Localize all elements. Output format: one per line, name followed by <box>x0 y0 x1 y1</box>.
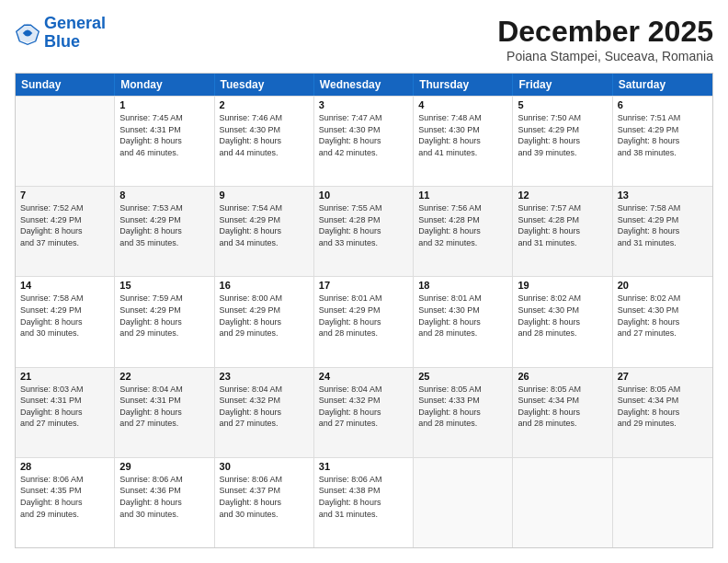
cell-line: Daylight: 8 hours <box>418 225 507 237</box>
day-number: 30 <box>220 461 309 472</box>
cell-line: and 37 minutes. <box>20 237 109 249</box>
cell-line: Sunset: 4:34 PM <box>618 395 708 407</box>
cal-cell-r0-c1: 1Sunrise: 7:45 AMSunset: 4:31 PMDaylight… <box>115 97 214 186</box>
cell-line: Sunrise: 7:54 AM <box>220 202 309 214</box>
day-number: 24 <box>319 371 408 382</box>
cal-cell-r2-c3: 17Sunrise: 8:01 AMSunset: 4:29 PMDayligh… <box>314 277 414 366</box>
cell-line: and 41 minutes. <box>418 147 507 159</box>
header-friday: Friday <box>513 74 612 96</box>
day-number: 6 <box>618 99 708 110</box>
cell-line: and 39 minutes. <box>518 147 607 159</box>
cell-line: and 31 minutes. <box>518 237 607 249</box>
logo-line1: General <box>44 14 106 32</box>
cell-line: and 27 minutes. <box>618 327 708 339</box>
cell-line: Daylight: 8 hours <box>319 407 408 419</box>
cell-line: Sunrise: 8:04 AM <box>119 384 209 396</box>
cell-line: and 32 minutes. <box>418 237 507 249</box>
cell-line: and 29 minutes. <box>220 327 309 339</box>
day-number: 9 <box>220 190 309 201</box>
cell-line: Sunrise: 8:05 AM <box>518 384 607 396</box>
cell-line: Sunrise: 8:02 AM <box>618 293 708 304</box>
cell-line: Daylight: 8 hours <box>418 407 507 419</box>
cell-line: Sunrise: 7:55 AM <box>319 202 408 214</box>
cal-cell-r1-c2: 9Sunrise: 7:54 AMSunset: 4:29 PMDaylight… <box>215 187 314 276</box>
cell-line: Sunset: 4:29 PM <box>220 214 309 226</box>
cell-line: Sunset: 4:35 PM <box>20 485 109 497</box>
day-number: 16 <box>220 280 309 291</box>
calendar-header: Sunday Monday Tuesday Wednesday Thursday… <box>16 74 712 96</box>
cal-cell-r2-c0: 14Sunrise: 7:58 AMSunset: 4:29 PMDayligh… <box>16 277 115 366</box>
cell-line: Daylight: 8 hours <box>319 497 408 509</box>
cell-line: Sunrise: 7:56 AM <box>418 202 507 214</box>
cell-line: Daylight: 8 hours <box>618 135 708 147</box>
cell-line: and 33 minutes. <box>319 237 408 249</box>
cal-cell-r3-c4: 25Sunrise: 8:05 AMSunset: 4:33 PMDayligh… <box>414 368 513 457</box>
month-title: December 2025 <box>497 15 713 49</box>
cell-line: and 29 minutes. <box>618 418 708 430</box>
header-thursday: Thursday <box>414 74 513 96</box>
cell-line: Sunrise: 8:00 AM <box>220 293 309 304</box>
cell-line: Daylight: 8 hours <box>20 316 109 328</box>
cell-line: Daylight: 8 hours <box>618 225 708 237</box>
cal-cell-r3-c0: 21Sunrise: 8:03 AMSunset: 4:31 PMDayligh… <box>16 368 115 457</box>
cell-line: Daylight: 8 hours <box>220 225 309 237</box>
cell-line: Sunset: 4:30 PM <box>618 304 708 316</box>
cal-cell-r4-c6 <box>613 458 712 547</box>
cal-cell-r4-c4 <box>414 458 513 547</box>
day-number: 12 <box>518 190 607 201</box>
cell-line: Sunrise: 8:04 AM <box>220 384 309 396</box>
day-number: 19 <box>518 280 607 291</box>
cell-line: Sunset: 4:31 PM <box>119 395 209 407</box>
header: General Blue December 2025 Poiana Stampe… <box>15 15 713 63</box>
header-wednesday: Wednesday <box>314 74 414 96</box>
cal-cell-r2-c2: 16Sunrise: 8:00 AMSunset: 4:29 PMDayligh… <box>215 277 314 366</box>
cell-line: Daylight: 8 hours <box>220 497 309 509</box>
cal-cell-r1-c1: 8Sunrise: 7:53 AMSunset: 4:29 PMDaylight… <box>115 187 214 276</box>
day-number: 13 <box>618 190 708 201</box>
cell-line: Daylight: 8 hours <box>119 497 209 509</box>
subtitle: Poiana Stampei, Suceava, Romania <box>497 49 713 63</box>
cell-line: and 46 minutes. <box>119 147 209 159</box>
day-number: 23 <box>220 371 309 382</box>
cell-line: Sunset: 4:30 PM <box>319 124 408 136</box>
cell-line: Sunrise: 7:57 AM <box>518 202 607 214</box>
cal-cell-r4-c0: 28Sunrise: 8:06 AMSunset: 4:35 PMDayligh… <box>16 458 115 547</box>
cell-line: Daylight: 8 hours <box>220 316 309 328</box>
day-number: 20 <box>618 280 708 291</box>
cell-line: and 28 minutes. <box>518 327 607 339</box>
cal-cell-r2-c1: 15Sunrise: 7:59 AMSunset: 4:29 PMDayligh… <box>115 277 214 366</box>
cell-line: Daylight: 8 hours <box>20 407 109 419</box>
cell-line: Sunset: 4:30 PM <box>220 124 309 136</box>
cal-cell-r4-c2: 30Sunrise: 8:06 AMSunset: 4:37 PMDayligh… <box>215 458 314 547</box>
cal-cell-r0-c5: 5Sunrise: 7:50 AMSunset: 4:29 PMDaylight… <box>513 97 612 186</box>
page: General Blue December 2025 Poiana Stampe… <box>0 0 728 563</box>
cal-cell-r1-c3: 10Sunrise: 7:55 AMSunset: 4:28 PMDayligh… <box>314 187 414 276</box>
cell-line: and 35 minutes. <box>119 237 209 249</box>
day-number: 10 <box>319 190 408 201</box>
cell-line: Sunset: 4:31 PM <box>119 124 209 136</box>
cal-row-1: 7Sunrise: 7:52 AMSunset: 4:29 PMDaylight… <box>16 186 712 276</box>
cell-line: Sunset: 4:38 PM <box>319 485 408 497</box>
cal-cell-r3-c3: 24Sunrise: 8:04 AMSunset: 4:32 PMDayligh… <box>314 368 414 457</box>
cell-line: Sunrise: 7:59 AM <box>119 293 209 304</box>
cell-line: Sunrise: 7:50 AM <box>518 112 607 124</box>
cell-line: and 42 minutes. <box>319 147 408 159</box>
day-number: 29 <box>119 461 209 472</box>
cell-line: Daylight: 8 hours <box>418 316 507 328</box>
cell-line: and 28 minutes. <box>418 418 507 430</box>
cell-line: and 30 minutes. <box>119 509 209 521</box>
cell-line: Sunset: 4:29 PM <box>119 304 209 316</box>
cal-cell-r1-c5: 12Sunrise: 7:57 AMSunset: 4:28 PMDayligh… <box>513 187 612 276</box>
cal-cell-r3-c1: 22Sunrise: 8:04 AMSunset: 4:31 PMDayligh… <box>115 368 214 457</box>
cell-line: Daylight: 8 hours <box>119 316 209 328</box>
cell-line: Daylight: 8 hours <box>20 225 109 237</box>
cell-line: and 31 minutes. <box>319 509 408 521</box>
cell-line: Sunset: 4:28 PM <box>518 214 607 226</box>
cell-line: Sunrise: 8:06 AM <box>220 474 309 486</box>
cal-row-2: 14Sunrise: 7:58 AMSunset: 4:29 PMDayligh… <box>16 276 712 366</box>
logo: General Blue <box>15 15 106 52</box>
cell-line: Sunset: 4:30 PM <box>418 304 507 316</box>
cell-line: Daylight: 8 hours <box>119 225 209 237</box>
cell-line: Daylight: 8 hours <box>319 316 408 328</box>
cell-line: Daylight: 8 hours <box>518 135 607 147</box>
